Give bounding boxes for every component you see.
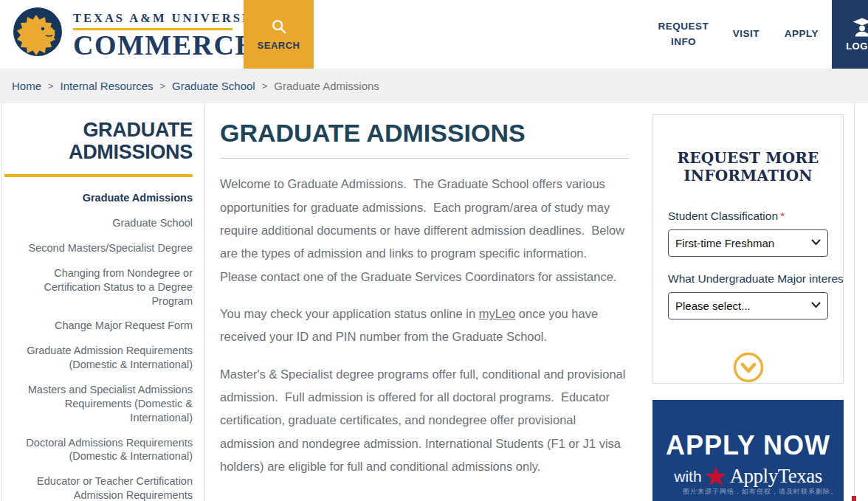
sidebar-gold-rule xyxy=(4,174,193,177)
main-content: GRADUATE ADMISSIONS Welcome to Graduate … xyxy=(205,103,630,501)
container-right-edge xyxy=(854,103,855,501)
undergraduate-major-select[interactable]: Please select... xyxy=(668,292,828,319)
title-divider xyxy=(220,158,629,159)
content-area: GRADUATE ADMISSIONS Graduate Admissions … xyxy=(0,103,868,501)
banner-watermark: 图片来源于网络，如有侵权，请及时联系删除。 xyxy=(683,487,838,497)
required-asterisk: * xyxy=(780,210,785,222)
programs-paragraph: Master's & Specialist degree programs of… xyxy=(220,363,629,479)
nav-apply[interactable]: APPLY xyxy=(781,0,822,69)
sidebar-title: GRADUATE ADMISSIONS xyxy=(3,120,193,163)
student-classification-select[interactable]: First-time Freshman xyxy=(668,229,828,257)
breadcrumb-separator: > xyxy=(262,80,268,91)
right-column: REQUEST MORE INFORMATION Student Classif… xyxy=(652,103,844,501)
chevron-down-circle-icon xyxy=(733,352,764,383)
apply-with-label: with xyxy=(674,468,701,486)
commerce-wordmark: COMMERCE xyxy=(73,31,270,59)
apply-now-banner[interactable]: APPLY NOW with ApplyTexas 图片来源于网络，如有侵权，请… xyxy=(652,400,844,501)
student-classification-label-text: Student Classification xyxy=(668,210,778,222)
myleo-link[interactable]: myLeo xyxy=(479,307,516,320)
star-icon xyxy=(706,466,726,486)
sidebar-item-educator-certification[interactable]: Educator or Teacher Certification Admiss… xyxy=(3,474,193,501)
nav-request-info[interactable]: REQUEST INFO xyxy=(657,0,710,69)
sidebar-item-masters-specialist-reqs[interactable]: Masters and Specialist Admissions Requir… xyxy=(3,383,193,425)
lion-eye xyxy=(41,27,44,30)
sidebar-item-second-masters[interactable]: Second Masters/Specialist Degree xyxy=(3,241,193,255)
search-button[interactable]: SEARCH xyxy=(244,0,314,69)
apply-now-headline: APPLY NOW xyxy=(652,432,844,459)
undergraduate-major-label: What Undergraduate Major interests you? xyxy=(668,272,828,286)
sidebar-item-admission-requirements[interactable]: Graduate Admission Requirements (Domesti… xyxy=(3,344,193,372)
sidebar-item-doctoral-reqs[interactable]: Doctoral Admissions Requirements (Domest… xyxy=(3,436,193,464)
breadcrumb: Home > Internal Resources > Graduate Sch… xyxy=(0,69,868,103)
login-label: LOGIN xyxy=(846,41,868,52)
site-header: TEXAS A&M UNIVERSITY COMMERCE SEARCH REQ… xyxy=(0,0,868,69)
request-info-title: REQUEST MORE INFORMATION xyxy=(668,149,828,184)
sidebar-item-changing-nondegree[interactable]: Changing from Nondegree or Certification… xyxy=(3,266,193,308)
sidebar-item-graduate-admissions[interactable]: Graduate Admissions xyxy=(3,191,193,205)
breadcrumb-current: Graduate Admissions xyxy=(274,80,379,92)
sidebar-item-change-major[interactable]: Change Major Request Form xyxy=(3,319,193,333)
applytexas-brand: ApplyTexas xyxy=(730,465,822,488)
university-wordmark[interactable]: TEXAS A&M UNIVERSITY COMMERCE xyxy=(73,11,270,59)
section-sidebar: GRADUATE ADMISSIONS Graduate Admissions … xyxy=(0,103,205,501)
sidebar-item-graduate-school[interactable]: Graduate School xyxy=(3,216,193,230)
breadcrumb-graduate-school[interactable]: Graduate School xyxy=(172,80,255,92)
intro-paragraph: Welcome to Graduate Admissions. The Grad… xyxy=(220,173,629,288)
below-fold-fragment xyxy=(852,496,856,501)
graduate-person-icon xyxy=(851,18,868,37)
lion-logo[interactable] xyxy=(13,7,62,56)
student-classification-label: Student Classification* xyxy=(668,210,828,223)
status-paragraph: You may check your application status on… xyxy=(220,303,629,349)
breadcrumb-separator: > xyxy=(160,80,166,91)
request-info-card: REQUEST MORE INFORMATION Student Classif… xyxy=(652,114,844,384)
breadcrumb-separator: > xyxy=(48,80,54,91)
container-left-edge xyxy=(1,103,2,501)
breadcrumb-internal-resources[interactable]: Internal Resources xyxy=(61,80,154,92)
breadcrumb-home[interactable]: Home xyxy=(12,80,41,92)
nav-visit[interactable]: VISIT xyxy=(727,0,765,69)
page-title: GRADUATE ADMISSIONS xyxy=(220,120,630,147)
search-label: SEARCH xyxy=(258,40,300,51)
expand-form-button[interactable] xyxy=(733,352,764,383)
search-icon xyxy=(271,18,287,35)
university-name: TEXAS A&M UNIVERSITY xyxy=(73,11,270,26)
status-text-before: You may check your application status on… xyxy=(220,307,479,320)
login-button[interactable]: LOGIN xyxy=(832,0,868,69)
